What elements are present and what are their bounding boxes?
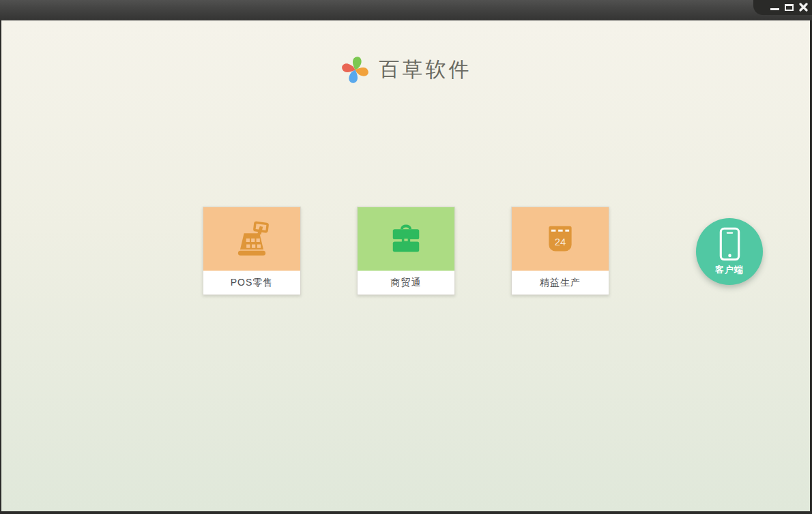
close-button[interactable] xyxy=(797,1,809,13)
maximize-icon xyxy=(785,4,794,11)
app-title: 百草软件 xyxy=(379,56,472,84)
pinwheel-logo-icon xyxy=(340,55,371,85)
product-card-trade[interactable]: 商贸通 xyxy=(357,207,455,295)
app-window: 百草软件 POS零售 xyxy=(0,0,812,514)
titlebar[interactable] xyxy=(0,0,812,20)
app-header: 百草软件 xyxy=(1,55,810,85)
product-card-pos-retail[interactable]: POS零售 xyxy=(203,207,301,295)
smartphone-icon xyxy=(719,227,740,262)
client-button-label: 客户端 xyxy=(715,264,744,276)
minimize-icon xyxy=(770,8,779,10)
minimize-button[interactable] xyxy=(768,1,781,13)
card-label: 精益生产 xyxy=(512,271,609,294)
card-label: 商贸通 xyxy=(358,271,454,294)
card-icon-area xyxy=(358,207,454,271)
product-card-lean-production[interactable]: 24 精益生产 xyxy=(511,207,609,295)
cash-register-icon xyxy=(233,220,271,258)
briefcase-icon xyxy=(387,220,425,258)
card-label: POS零售 xyxy=(203,271,300,294)
main-content: 百草软件 POS零售 xyxy=(1,20,810,511)
card-icon-area xyxy=(203,207,300,271)
card-icon-area: 24 xyxy=(512,207,609,271)
client-app-button[interactable]: 客户端 xyxy=(696,218,763,285)
calendar-day-label: 24 xyxy=(555,236,566,247)
calendar-icon: 24 xyxy=(541,220,579,258)
maximize-button[interactable] xyxy=(783,1,795,13)
close-icon xyxy=(799,3,808,12)
